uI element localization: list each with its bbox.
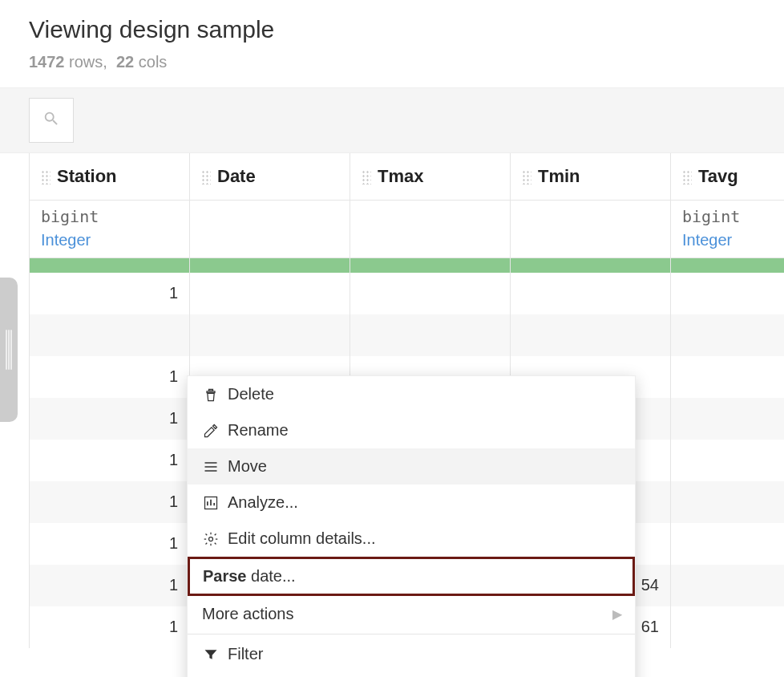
column-header-station[interactable]: Station [30, 153, 190, 201]
green-bar [511, 258, 671, 273]
rows-count: 1472 [29, 53, 65, 71]
cell: 42 [671, 314, 785, 356]
cell [511, 314, 671, 356]
cell: 49 [671, 398, 785, 440]
col-meaning[interactable]: Integer [30, 228, 190, 258]
table-row[interactable]: 1 50 [30, 273, 785, 314]
menu-label: Analyze... [228, 493, 298, 512]
cell: 47 [671, 523, 785, 565]
drag-handle-icon[interactable] [682, 170, 692, 184]
cell [671, 606, 785, 648]
green-bar [30, 258, 190, 273]
menu-sort[interactable]: Sort [188, 672, 635, 677]
cell: 1 [30, 273, 190, 314]
col-meaning[interactable] [350, 228, 511, 258]
cell: 1 [30, 356, 190, 398]
menu-more-actions[interactable]: More actions ▶ [188, 596, 635, 632]
menu-filter[interactable]: Filter [188, 636, 635, 672]
drag-handle-icon[interactable] [201, 170, 211, 184]
menu-label: Delete [228, 385, 274, 403]
col-meaning[interactable] [511, 228, 671, 258]
col-name: Tmin [538, 166, 580, 186]
cell [350, 314, 511, 356]
col-name: Date [217, 166, 256, 186]
col-name: Station [57, 166, 117, 186]
menu-divider [188, 634, 635, 634]
gear-icon [202, 530, 220, 548]
vertical-scrollbar-handle[interactable] [0, 278, 18, 422]
cell [190, 273, 350, 314]
cell [350, 273, 511, 314]
col-name: Tmax [378, 166, 423, 186]
menu-delete[interactable]: Delete [188, 376, 635, 412]
cell: 49 [671, 481, 785, 523]
menu-move[interactable]: Move [188, 448, 635, 484]
hamburger-icon [202, 458, 220, 476]
menu-label: Edit column details... [228, 529, 376, 548]
col-type [511, 201, 671, 229]
cols-label: cols [139, 53, 168, 71]
cell [190, 314, 350, 356]
menu-edit-details[interactable]: Edit column details... [188, 521, 635, 557]
col-type [350, 201, 511, 229]
cell: 1 [30, 606, 190, 648]
cell: 1 [30, 398, 190, 440]
cell: 1 [30, 440, 190, 481]
cell: 1 [30, 523, 190, 565]
col-type: bigint [30, 201, 190, 229]
column-header-tavg[interactable]: Tavg [671, 153, 785, 201]
menu-analyze[interactable]: Analyze... [188, 484, 635, 521]
menu-label: Rename [228, 421, 289, 440]
col-name: Tavg [698, 166, 738, 186]
col-meaning[interactable] [190, 228, 350, 258]
cell: 53 [671, 440, 785, 481]
column-context-menu: Delete Rename Move Analyze... Edit colum… [187, 375, 636, 677]
col-type [190, 201, 350, 229]
drag-handle-icon[interactable] [522, 170, 531, 184]
pencil-icon [202, 422, 220, 440]
svg-point-1 [209, 537, 213, 541]
cell: 50 [671, 273, 785, 314]
drag-handle-icon[interactable] [362, 170, 371, 184]
filter-icon [202, 646, 220, 663]
cell [30, 314, 190, 356]
cell [671, 565, 785, 606]
menu-parse-date[interactable]: Parse date... [188, 557, 635, 596]
column-header-tmin[interactable]: Tmin [511, 153, 671, 201]
search-button[interactable] [29, 98, 74, 143]
green-bar [190, 258, 350, 273]
trash-icon [202, 386, 220, 403]
chevron-right-icon: ▶ [612, 606, 622, 622]
menu-rename[interactable]: Rename [188, 412, 635, 448]
col-meaning[interactable]: Integer [671, 228, 785, 258]
cell [511, 273, 671, 314]
green-bar [671, 258, 785, 273]
chart-icon [202, 494, 220, 512]
cell: 1 [30, 565, 190, 606]
search-icon [42, 110, 60, 131]
column-header-tmax[interactable]: Tmax [350, 153, 511, 201]
col-type: bigint [671, 201, 785, 229]
drag-handle-icon[interactable] [41, 170, 51, 184]
green-bar [350, 258, 511, 273]
row-col-summary: 1472 rows, 22 cols [29, 53, 755, 71]
menu-label: Filter [228, 645, 263, 663]
cols-count: 22 [116, 53, 134, 71]
menu-label: Parse date... [203, 567, 296, 586]
cell: 46 [671, 356, 785, 398]
menu-label: Move [228, 457, 267, 476]
menu-label: More actions [202, 605, 294, 623]
cell: 1 [30, 481, 190, 523]
column-header-date[interactable]: Date [190, 153, 350, 201]
page-title: Viewing design sample [29, 16, 755, 43]
table-row[interactable]: 42 [30, 314, 785, 356]
rows-label: rows, [69, 53, 107, 71]
